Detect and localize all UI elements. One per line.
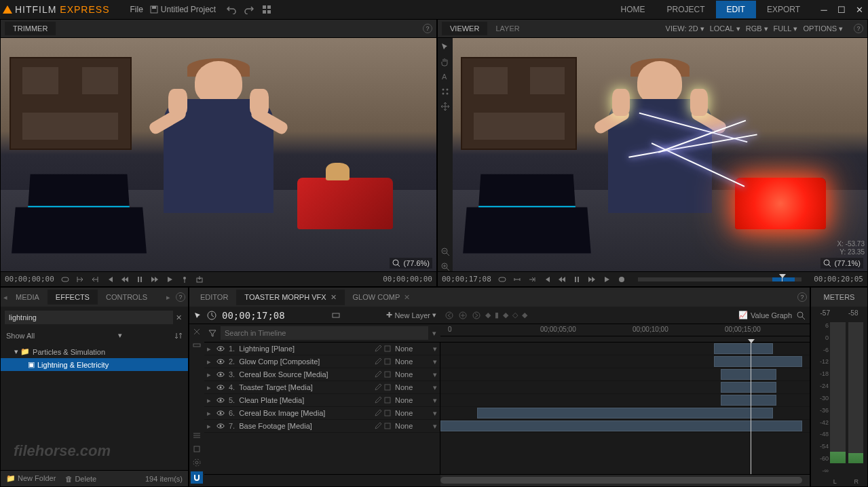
search-icon[interactable] <box>796 311 806 320</box>
filter-dropdown[interactable]: Show All ▾ <box>6 331 122 340</box>
tree-folder[interactable]: ▾ 📁 Particles & Simulation <box>1 345 188 358</box>
layer-row[interactable]: ▸5.Clean Plate [Media]None▾ <box>204 394 440 407</box>
visibility-icon[interactable] <box>216 423 225 429</box>
expand-icon[interactable]: ▸ <box>207 345 212 353</box>
trimmer-tab[interactable]: TRIMMER <box>5 22 56 35</box>
viewer-range[interactable] <box>638 277 801 281</box>
timeline-search-input[interactable] <box>221 326 428 340</box>
effects-search-input[interactable] <box>5 311 173 324</box>
close-tab-icon[interactable]: ✕ <box>404 293 410 302</box>
track-row[interactable] <box>440 407 810 420</box>
edit-icon[interactable] <box>375 358 381 365</box>
viewer-zoom[interactable]: (77.1%) <box>820 258 863 269</box>
mask-icon[interactable] <box>384 410 391 416</box>
expand-icon[interactable]: ▸ <box>207 422 212 431</box>
rewind-icon[interactable] <box>558 275 566 284</box>
timeline-clip[interactable] <box>477 408 772 418</box>
edit-icon[interactable] <box>375 345 381 352</box>
range-icon[interactable] <box>513 275 521 284</box>
options-dropdown[interactable]: OPTIONS ▾ <box>803 24 843 33</box>
visibility-icon[interactable] <box>216 384 225 391</box>
minimize-button[interactable]: ─ <box>818 3 830 16</box>
layer-row[interactable]: ▸1.Lightning [Plane]None▾ <box>204 343 440 355</box>
prev-frame-icon[interactable] <box>106 275 114 284</box>
hand-tool-icon[interactable] <box>440 57 450 66</box>
blend-mode[interactable]: None <box>395 345 429 353</box>
expand-icon[interactable]: ▸ <box>207 396 212 405</box>
next-kf-icon[interactable] <box>472 311 481 320</box>
zoom-out-icon[interactable] <box>440 247 450 256</box>
delete-button[interactable]: 🗑 Delete <box>65 475 96 483</box>
maximize-button[interactable]: ☐ <box>835 3 848 16</box>
help-icon[interactable]: ? <box>176 292 185 302</box>
panel-prev-icon[interactable]: ◂ <box>3 293 7 302</box>
blend-mode[interactable]: None <box>395 422 429 430</box>
expand-icon[interactable]: ▸ <box>207 370 212 379</box>
trimmer-tc-in[interactable]: 00;00;00;00 <box>5 275 54 284</box>
forward-icon[interactable] <box>151 275 159 284</box>
editor-tab[interactable]: EDITOR <box>192 290 236 305</box>
goto-end-icon[interactable] <box>528 275 536 284</box>
text-tool-icon[interactable]: A <box>440 72 450 81</box>
blend-mode[interactable]: None <box>395 370 429 378</box>
tracks-icon[interactable] <box>192 431 202 440</box>
layer-row[interactable]: ▸3.Cereal Box Source [Media]None▾ <box>204 368 440 381</box>
prev-kf-icon[interactable] <box>445 311 454 320</box>
pause-icon[interactable] <box>136 275 144 284</box>
layer-menu-icon[interactable]: ▾ <box>433 383 437 392</box>
timeline-tracks[interactable] <box>440 343 810 474</box>
media-tab[interactable]: MEDIA <box>7 290 48 305</box>
gear-icon[interactable] <box>192 458 202 467</box>
clear-search-icon[interactable]: ✕ <box>173 313 184 322</box>
layer-menu-icon[interactable]: ▾ <box>433 396 437 405</box>
mask-icon[interactable] <box>384 358 391 365</box>
help-icon[interactable]: ? <box>854 24 863 33</box>
project-name[interactable]: Untitled Project <box>150 5 216 14</box>
loop-icon[interactable] <box>498 275 506 284</box>
controls-tab[interactable]: CONTROLS <box>98 290 155 305</box>
slice-tool-icon[interactable] <box>192 327 202 336</box>
help-icon[interactable]: ? <box>797 292 807 302</box>
edit-icon[interactable] <box>375 371 381 378</box>
visibility-icon[interactable] <box>216 358 225 365</box>
viewer-tc-in[interactable]: 00;00;17;08 <box>442 275 491 284</box>
expand-icon[interactable]: ▸ <box>207 383 212 392</box>
layer-menu-icon[interactable]: ▾ <box>433 422 437 431</box>
layer-row[interactable]: ▸4.Toaster Target [Media]None▾ <box>204 381 440 394</box>
zoom-in-icon[interactable] <box>440 262 450 271</box>
playhead[interactable] <box>751 343 751 474</box>
play-icon[interactable] <box>603 275 611 284</box>
layer-menu-icon[interactable]: ▾ <box>433 370 437 379</box>
mask-icon[interactable] <box>384 345 391 352</box>
mask-icon[interactable] <box>384 384 391 391</box>
trimmer-zoom[interactable]: (77.6%) <box>390 258 432 269</box>
new-layer-button[interactable]: ✚ New Layer ▾ <box>386 311 436 319</box>
visibility-icon[interactable] <box>216 345 225 352</box>
timeline-clip[interactable] <box>721 369 776 380</box>
edit-icon[interactable] <box>375 410 381 416</box>
add-kf-icon[interactable] <box>458 311 468 320</box>
play-icon[interactable] <box>166 275 174 284</box>
track-row[interactable] <box>440 394 810 407</box>
track-row[interactable] <box>440 368 810 381</box>
forward-icon[interactable] <box>588 275 596 284</box>
track-row[interactable] <box>440 420 810 433</box>
filter-icon[interactable] <box>208 329 216 337</box>
undo-icon[interactable] <box>227 5 236 14</box>
layer-menu-icon[interactable]: ▾ <box>433 409 437 418</box>
rewind-icon[interactable] <box>121 275 129 284</box>
magnet-icon[interactable] <box>191 471 203 484</box>
close-tab-icon[interactable]: ✕ <box>331 293 337 302</box>
move-tool-icon[interactable] <box>440 102 450 111</box>
timeline-clip[interactable] <box>721 382 776 393</box>
layer-row[interactable]: ▸6.Cereal Box Image [Media]None▾ <box>204 407 440 420</box>
prev-frame-icon[interactable] <box>543 275 551 284</box>
track-row[interactable] <box>440 381 810 394</box>
visibility-icon[interactable] <box>216 371 225 378</box>
comp-tab-1[interactable]: TOASTER MORPH VFX✕ <box>236 290 344 305</box>
local-dropdown[interactable]: LOCAL ▾ <box>710 24 740 33</box>
viewer-viewport[interactable]: 2D X: -53.73Y: 23.35 <box>453 38 867 271</box>
out-icon[interactable] <box>91 275 99 284</box>
mask-icon[interactable] <box>384 371 391 378</box>
effects-tab[interactable]: EFFECTS <box>48 290 98 305</box>
